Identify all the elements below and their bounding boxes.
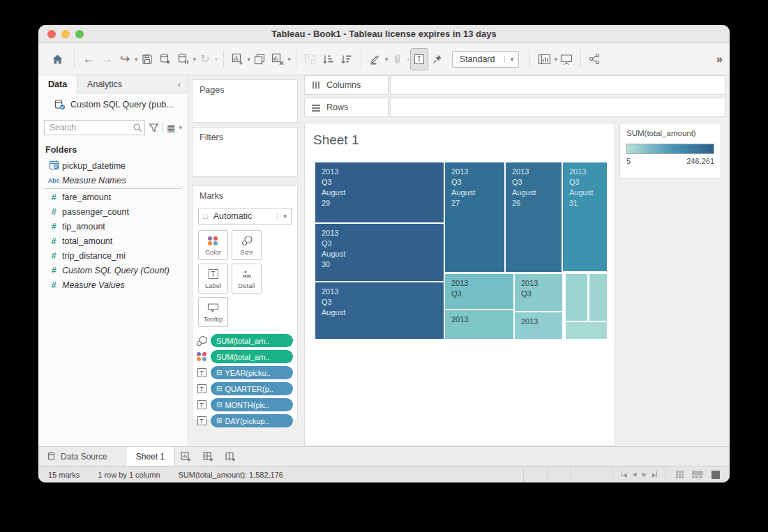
fit-selector-select[interactable]: Standard▾ — [452, 51, 520, 68]
run-update-caret-icon[interactable]: ▾ — [215, 56, 218, 63]
color-legend-card[interactable]: SUM(total_amount) 5 246,261 — [619, 123, 721, 178]
sort-descending-button[interactable] — [338, 48, 356, 70]
treemap-tile-2013-q3-august-30[interactable]: 2013Q3August30 — [315, 224, 444, 281]
more-toolbar-options-button[interactable]: » — [716, 53, 723, 66]
clear-sheet-button[interactable] — [269, 48, 287, 70]
detail-mark-button[interactable]: Detail — [232, 264, 262, 294]
new-story-tab-button[interactable] — [220, 447, 242, 466]
collapse-pane-icon[interactable]: ‹ — [171, 75, 188, 93]
minimize-window-button[interactable] — [61, 30, 70, 38]
field-measure-values[interactable]: #Measure Values — [38, 278, 188, 292]
datasource-item[interactable]: Custom SQL Query (pub... — [38, 93, 188, 116]
expand-collapse-icon[interactable]: ⊟ — [216, 401, 222, 409]
swap-rows-and-columns-button[interactable] — [301, 48, 319, 70]
show-cards-icon[interactable] — [676, 471, 684, 478]
clear-sheet-caret-icon[interactable]: ▾ — [287, 56, 291, 63]
data-source-tab[interactable]: Data Source — [38, 447, 126, 466]
pill[interactable]: ⊟QUARTER(p.. — [211, 382, 293, 395]
traffic-lights — [47, 30, 84, 38]
normal-view-icon[interactable] — [711, 471, 720, 479]
share-button[interactable] — [586, 48, 604, 70]
search-input[interactable] — [44, 120, 145, 135]
replay-button[interactable]: ↪ — [116, 48, 134, 70]
marks-label: Marks — [193, 186, 297, 201]
tooltip-mark-button[interactable]: Tooltip — [198, 297, 228, 327]
tab-analytics[interactable]: Analytics — [77, 75, 132, 93]
expand-collapse-icon[interactable]: ⊟ — [216, 385, 222, 393]
filmstrip-view-icon[interactable] — [692, 471, 703, 478]
treemap-tile[interactable] — [566, 322, 607, 339]
field-passenger-count[interactable]: #passenger_count — [38, 204, 188, 219]
fix-axes-button[interactable] — [428, 48, 446, 70]
columns-shelf-drop-area[interactable] — [390, 75, 725, 95]
mark-button-label: Label — [205, 282, 221, 289]
treemap-tile-2013-q3-august-27[interactable]: 2013Q3August27 — [445, 162, 504, 272]
rows-shelf-drop-area[interactable] — [390, 98, 725, 117]
treemap-tile-2013-q3-august-31[interactable]: 2013Q3August31 — [563, 162, 607, 271]
undo-button[interactable]: ← — [80, 48, 98, 70]
pill[interactable]: ⊟YEAR(picku.. — [211, 366, 293, 379]
pill-label: DAY(pickup.. — [225, 417, 269, 425]
fields-divider — [44, 188, 182, 189]
save-button[interactable] — [138, 48, 156, 70]
treemap-tile[interactable] — [566, 274, 587, 321]
sort-ascending-button[interactable] — [319, 48, 338, 70]
field-trip-distance-mi[interactable]: #trip_distance_mi — [38, 248, 188, 263]
treemap-tile-2013-q3[interactable]: 2013Q3 — [445, 274, 513, 309]
filters-shelf[interactable]: Filters — [192, 127, 298, 177]
zoom-window-button[interactable] — [75, 30, 84, 38]
sheet1-tab[interactable]: Sheet 1 — [126, 447, 175, 466]
color-mark-button[interactable]: Color — [198, 230, 228, 260]
field-measure-names[interactable]: AbcMeasure Names — [38, 173, 188, 188]
field-custom-sql-query-count-[interactable]: #Custom SQL Query (Count) — [38, 263, 188, 278]
pause-auto-updates-button[interactable] — [174, 48, 193, 70]
expand-collapse-icon[interactable]: ⊟ — [216, 369, 222, 377]
first-button[interactable]: ◀ — [622, 471, 626, 478]
redo-button[interactable]: → — [98, 48, 116, 70]
view-options-icon[interactable]: ▦ — [167, 123, 175, 133]
treemap-tile-2013-q3-august-26[interactable]: 2013Q3August26 — [506, 162, 562, 272]
tab-data[interactable]: Data — [38, 75, 77, 93]
treemap-tile-2013-q3[interactable]: 2013Q3 — [515, 274, 562, 311]
replay-caret-icon[interactable]: ▾ — [135, 56, 138, 63]
show-me-button[interactable] — [535, 48, 553, 70]
new-data-source-button[interactable] — [156, 48, 174, 70]
label-mark-button[interactable]: TLabel — [198, 264, 228, 294]
new-dashboard-tab-button[interactable] — [197, 447, 220, 466]
mark-type-select[interactable]: □ Automatic ▾ — [198, 208, 292, 225]
show-mark-labels-button[interactable]: T — [410, 48, 428, 70]
pill[interactable]: SUM(total_am.. — [211, 350, 293, 363]
pill[interactable]: ⊟MONTH(pic.. — [211, 398, 293, 411]
treemap-tile-2013[interactable]: 2013 — [445, 310, 513, 339]
field-pickup-datetime[interactable]: pickup_datetime — [38, 158, 188, 173]
status-aggregate: SUM(total_amount): 1,582,176 — [179, 471, 283, 479]
canvas-area: Sheet 1 2013Q3August292013Q3August302013… — [304, 120, 725, 446]
highlight-button[interactable] — [366, 48, 384, 70]
run-update-button[interactable]: ↻ — [196, 48, 214, 70]
treemap-tile-2013-q3-august[interactable]: 2013Q3August — [315, 282, 444, 339]
pill[interactable]: ⊞DAY(pickup.. — [211, 414, 293, 427]
presentation-mode-button[interactable] — [557, 48, 575, 70]
treemap-tile-2013-q3-august-29[interactable]: 2013Q3August29 — [315, 162, 444, 222]
close-window-button[interactable] — [47, 30, 56, 38]
pages-shelf[interactable]: Pages — [192, 79, 298, 123]
pill[interactable]: SUM(total_am.. — [211, 334, 293, 347]
field-fare-amount[interactable]: #fare_amount — [38, 190, 188, 204]
expand-collapse-icon[interactable]: ⊞ — [216, 417, 222, 425]
new-worksheet-button[interactable] — [229, 48, 247, 70]
last-button[interactable]: ▶ — [652, 471, 657, 478]
field-total-amount[interactable]: #total_amount — [38, 234, 188, 248]
duplicate-button[interactable] — [250, 48, 269, 70]
treemap-tile-2013[interactable]: 2013 — [515, 312, 562, 339]
size-mark-button[interactable]: Size — [232, 230, 262, 260]
new-worksheet-tab-button[interactable] — [175, 447, 197, 466]
treemap-tile[interactable] — [589, 274, 607, 321]
previous-button[interactable]: ◀ — [633, 471, 637, 478]
legend-min: 5 — [626, 157, 631, 165]
view-options-caret-icon[interactable]: ▾ — [179, 124, 182, 131]
field-tip-amount[interactable]: #tip_amount — [38, 219, 188, 234]
home-button[interactable] — [48, 48, 66, 70]
next-button[interactable]: ▶ — [642, 471, 647, 478]
group-members-button[interactable] — [388, 48, 406, 70]
filter-fields-icon[interactable] — [149, 123, 159, 132]
